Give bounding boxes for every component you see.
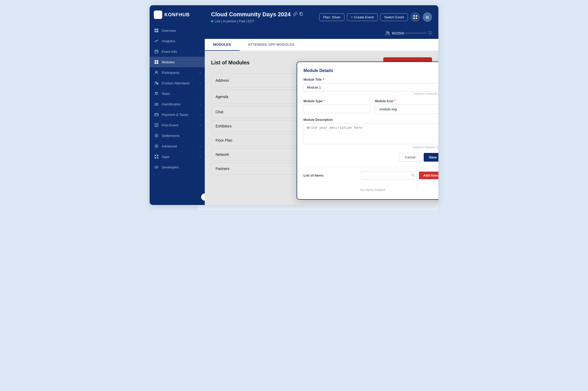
event-title-row: Cloud Community Days 2024	[211, 11, 303, 18]
svg-point-10	[156, 71, 157, 73]
apps-chevron: ›	[200, 155, 201, 158]
event-status: Live | In-person | Paid | EDT	[211, 19, 303, 23]
plan-badge-btn[interactable]: Plan: Silver	[319, 13, 344, 21]
module-description-char-limit: maximum character 1024	[303, 146, 438, 149]
items-header: List of Items Add Item	[303, 171, 438, 179]
module-description-textarea[interactable]	[303, 123, 438, 144]
sidebar-item-analytics[interactable]: Analytics	[150, 36, 205, 46]
contact-chevron: ›	[200, 82, 201, 85]
items-search-input[interactable]	[361, 171, 417, 179]
sidebar-item-contact-attendees[interactable]: Contact Attendees ›	[150, 78, 205, 88]
svg-rect-3	[157, 31, 158, 32]
advanced-chevron: ›	[200, 145, 201, 148]
svg-point-13	[155, 92, 156, 93]
module-type-input[interactable]: Document & URL	[303, 105, 371, 113]
status-dot	[211, 20, 213, 22]
sidebar-label-gamification: Gamification	[162, 102, 197, 106]
no-items-text: No Items Added!	[303, 183, 438, 193]
items-label: List of Items	[303, 173, 324, 177]
module-title-label: Module Title *	[303, 78, 438, 81]
sidebar-label-team: Team	[162, 92, 201, 96]
analytics-icon	[154, 38, 159, 44]
sidebar-label-settlements: Settlements	[162, 134, 201, 138]
module-icon-select[interactable]: module.svg	[375, 105, 438, 114]
attendee-count-area: 60/2500 ⓘ	[205, 29, 438, 39]
sidebar-label-overview: Overview	[162, 29, 201, 33]
svg-point-19	[156, 146, 157, 147]
tab-attendee-app[interactable]: ATTENDEE APP MODULES	[240, 39, 303, 51]
copy-icon[interactable]	[299, 12, 303, 17]
switch-event-btn[interactable]: Switch Event	[380, 13, 408, 21]
settlements-icon	[154, 133, 159, 138]
post-event-chevron: ›	[200, 124, 201, 127]
sidebar-item-apps[interactable]: Apps ›	[150, 151, 205, 162]
save-btn[interactable]: Save	[424, 153, 438, 162]
create-event-btn[interactable]: + Create Event	[347, 13, 378, 21]
team-icon	[154, 91, 159, 96]
search-wrapper	[361, 171, 417, 179]
svg-rect-0	[155, 29, 156, 30]
add-item-btn[interactable]: Add Item	[419, 172, 438, 179]
sidebar-label-developers: Developers	[162, 165, 201, 169]
link-icon[interactable]	[293, 12, 297, 17]
logo-area: KONFHUB	[150, 11, 205, 25]
participants-chevron: ›	[200, 71, 201, 74]
user-avatar[interactable]: G	[423, 12, 432, 22]
apps-icon	[154, 154, 159, 159]
svg-rect-21	[157, 155, 158, 156]
svg-rect-2	[155, 31, 156, 32]
svg-point-29	[386, 31, 388, 33]
module-icon-group: Module Icon * module.svg	[375, 99, 438, 114]
app-container: KONFHUB Overview Analytics Event Info	[150, 5, 438, 205]
event-title-icons	[293, 12, 303, 17]
sidebar-item-gamification[interactable]: Gamification ›	[150, 99, 205, 109]
module-name: Chat	[216, 110, 223, 114]
tab-modules[interactable]: MODULES	[205, 39, 240, 51]
svg-point-30	[388, 32, 390, 33]
logo-text: KONFHUB	[164, 12, 190, 18]
cancel-btn[interactable]: Cancel	[399, 153, 421, 162]
sidebar-item-payment-taxes[interactable]: Payment & Taxes ›	[150, 109, 205, 120]
gamification-icon	[154, 101, 159, 107]
sidebar-item-settlements[interactable]: Settlements	[150, 130, 205, 141]
sidebar: KONFHUB Overview Analytics Event Info	[150, 5, 205, 205]
module-name: Floor Plan	[216, 138, 232, 142]
event-info-chevron: ›	[200, 50, 201, 53]
apps-grid-btn[interactable]	[411, 12, 420, 22]
progress-bar-fill	[406, 33, 406, 34]
sidebar-item-participants[interactable]: Participants ›	[150, 67, 205, 78]
payment-chevron: ›	[200, 113, 201, 116]
content-area: List of Modules Create New Module Addres…	[205, 51, 438, 205]
sidebar-label-event-info: Event Info	[162, 50, 197, 54]
sidebar-item-event-info[interactable]: Event Info ›	[150, 46, 205, 57]
sidebar-item-team[interactable]: Team	[150, 88, 205, 99]
sidebar-label-participants: Participants	[162, 71, 197, 75]
svg-rect-5	[155, 50, 158, 53]
post-event-icon	[154, 122, 159, 128]
modal-title: Module Details	[303, 68, 438, 73]
module-name: Network	[216, 152, 229, 157]
svg-rect-23	[157, 157, 158, 158]
progress-bar	[406, 33, 427, 34]
sidebar-label-modules: Modules	[162, 60, 201, 64]
sidebar-item-overview[interactable]: Overview	[150, 25, 205, 36]
modules-icon	[154, 59, 159, 65]
svg-point-14	[157, 92, 158, 93]
attendee-count: 60/2500 ⓘ	[385, 30, 432, 36]
gamification-chevron: ›	[200, 103, 201, 106]
sidebar-label-contact: Contact Attendees	[162, 81, 197, 85]
contact-icon	[154, 80, 159, 86]
overview-icon	[154, 28, 159, 33]
svg-rect-6	[155, 60, 156, 62]
module-description-label: Module Description	[303, 118, 438, 122]
sidebar-item-developers[interactable]: Developers	[150, 162, 205, 172]
sidebar-item-advanced[interactable]: Advanced ›	[150, 141, 205, 151]
module-name: Address	[216, 78, 229, 83]
module-details-modal: Module Details Module Title * maximum ch…	[297, 61, 438, 200]
svg-rect-22	[155, 157, 156, 158]
info-icon: ⓘ	[428, 31, 432, 35]
module-title-input[interactable]	[303, 83, 438, 92]
sidebar-item-post-event[interactable]: Post Event ›	[150, 120, 205, 130]
list-title: List of Modules	[211, 60, 250, 66]
sidebar-item-modules[interactable]: Modules	[150, 57, 205, 67]
